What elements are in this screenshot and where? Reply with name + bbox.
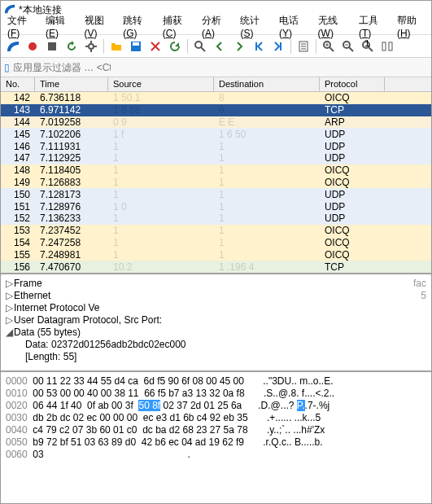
tree-leaf[interactable]: Data: 02372d01256adb2bdc02ec000: [6, 339, 426, 351]
table-row[interactable]: 1517.1289761 01UDP: [1, 200, 431, 213]
tree-node[interactable]: ▷Ethernet 5: [6, 290, 426, 302]
table-row[interactable]: 1507.12817311UDP: [1, 188, 431, 200]
square-icon[interactable]: [43, 37, 61, 55]
arrow-left-icon[interactable]: [211, 37, 229, 55]
svg-point-9: [195, 42, 202, 48]
col-no[interactable]: No.: [1, 77, 35, 91]
col-destination[interactable]: Destination: [214, 77, 320, 91]
zoom-in-icon[interactable]: [320, 37, 338, 55]
tree-node[interactable]: ▷Internet Protocol Ve: [6, 302, 426, 314]
hex-row[interactable]: 0040 c4 79 c2 07 3b 60 01 c0 dc ba d2 68…: [6, 424, 426, 436]
bookmark-icon[interactable]: ▯: [4, 62, 10, 73]
circle-red-icon[interactable]: [24, 37, 41, 55]
filter-bar: ▯: [1, 58, 431, 77]
table-row[interactable]: 1557.24898111OICQ: [1, 248, 431, 261]
tree-leaf[interactable]: [Length: 55]: [6, 351, 426, 363]
autoscroll-icon[interactable]: [295, 37, 312, 55]
hex-row[interactable]: 0000 00 11 22 33 44 55 d4 ca 6d f5 90 6f…: [6, 375, 426, 388]
resize-cols-icon[interactable]: [378, 37, 396, 55]
close-icon[interactable]: [146, 37, 164, 55]
save-icon[interactable]: [127, 37, 145, 55]
svg-point-0: [28, 42, 37, 50]
packet-list[interactable]: 1426.7361181 50.1 8OICQ1436.9711421 8 68…: [1, 92, 431, 273]
table-row[interactable]: 1527.13623311UDP: [1, 213, 431, 225]
col-time[interactable]: Time: [35, 77, 108, 91]
svg-rect-23: [389, 42, 392, 50]
go-last-icon[interactable]: [269, 37, 287, 55]
table-row[interactable]: 1426.7361181 50.1 8OICQ: [1, 92, 431, 104]
svg-rect-1: [48, 42, 56, 50]
table-row[interactable]: 1487.11840511OICQ: [1, 164, 431, 177]
menu-h[interactable]: 帮助(H): [392, 12, 430, 41]
tree-node[interactable]: ▷User Datagram Protocol, Src Port:: [6, 314, 426, 327]
hex-row[interactable]: 0010 00 53 00 00 40 00 38 11 66 f5 b7 a3…: [6, 388, 426, 400]
table-row[interactable]: 1436.9711421 8 68 6TCP: [1, 104, 431, 116]
svg-rect-22: [382, 42, 386, 50]
tree-node[interactable]: ▷Framefac: [6, 278, 426, 290]
toolbar: 1: [1, 35, 431, 58]
fin-icon[interactable]: [4, 37, 22, 55]
refresh-icon[interactable]: [166, 37, 184, 55]
svg-line-13: [329, 47, 334, 51]
svg-rect-8: [133, 42, 139, 46]
display-filter-input[interactable]: [13, 62, 111, 73]
hex-row[interactable]: 0050 b9 72 bf 51 03 63 89 d0 42 b6 ec 04…: [6, 436, 426, 449]
table-row[interactable]: 1567.47067010.21 .196 4TCP: [1, 261, 431, 273]
packet-list-header: No. Time Source Destination Protocol: [1, 77, 431, 92]
packet-bytes[interactable]: 0000 00 11 22 33 44 55 d4 ca 6d f5 90 6f…: [1, 370, 431, 464]
table-row[interactable]: 1447.0192580 9E EARP: [1, 116, 431, 129]
zoom-reset-icon[interactable]: 1: [359, 37, 377, 55]
find-icon[interactable]: [191, 37, 209, 55]
go-first-icon[interactable]: [250, 37, 268, 55]
table-row[interactable]: 1477.11292511UDP: [1, 152, 431, 164]
table-row[interactable]: 1467.11193111UDP: [1, 140, 431, 152]
zoom-out-icon[interactable]: [339, 37, 357, 55]
col-protocol[interactable]: Protocol: [320, 77, 385, 91]
hex-row[interactable]: 0030 db 2b dc 02 ec 00 00 00 ec e3 d1 6b…: [6, 412, 426, 424]
table-row[interactable]: 1547.24725811OICQ: [1, 237, 431, 249]
hex-row[interactable]: 0060 03 .: [6, 449, 426, 461]
folder-icon[interactable]: [107, 37, 125, 55]
table-row[interactable]: 1457.1022061 f1 6 50UDP: [1, 128, 431, 140]
svg-line-10: [201, 47, 205, 51]
tree-node[interactable]: ◢Data (55 bytes): [6, 327, 426, 339]
svg-point-2: [89, 44, 94, 49]
restart-icon[interactable]: [63, 37, 81, 55]
col-source[interactable]: Source: [108, 77, 214, 91]
table-row[interactable]: 1537.23745211OICQ: [1, 225, 431, 237]
packet-details[interactable]: ▷Framefac▷Ethernet 5▷Internet Protocol V…: [1, 273, 431, 370]
arrow-right-icon[interactable]: [230, 37, 248, 55]
svg-text:1: 1: [364, 40, 370, 49]
menu-bar: 文件(F)编辑(E)视图(V)跳转(G)捕获(C)分析(A)统计(S)电话(Y)…: [1, 19, 431, 35]
svg-line-17: [349, 47, 353, 51]
hex-row[interactable]: 0020 06 44 1f 40 0f ab 00 3f 50 8f 02 37…: [6, 400, 426, 412]
table-row[interactable]: 1497.12688311OICQ: [1, 177, 431, 189]
gear-icon[interactable]: [82, 37, 100, 55]
